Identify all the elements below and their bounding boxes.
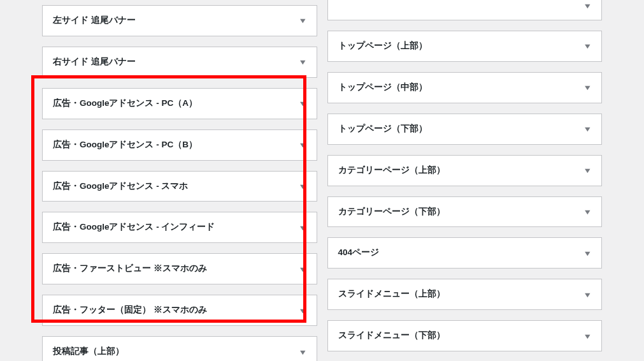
widget-item[interactable]: 広告・フッター（固定） ※スマホのみ ▼ xyxy=(42,295,317,326)
widget-item[interactable]: カテゴリーページ（下部） ▼ xyxy=(327,196,603,228)
chevron-down-icon: ▼ xyxy=(583,84,592,91)
chevron-down-icon: ▼ xyxy=(298,141,307,149)
chevron-down-icon: ▼ xyxy=(298,307,307,314)
widget-label: 広告・Googleアドセンス - インフィード xyxy=(53,221,215,233)
widget-item[interactable]: 広告・Googleアドセンス - スマホ ▼ xyxy=(42,171,317,202)
chevron-down-icon: ▼ xyxy=(583,166,592,174)
chevron-down-icon: ▼ xyxy=(583,208,592,216)
widget-item[interactable]: スライドメニュー（上部） ▼ xyxy=(327,279,603,310)
widget-item[interactable]: トップページ（上部） ▼ xyxy=(327,31,603,62)
widget-item[interactable]: 広告・ファーストビュー ※スマホのみ ▼ xyxy=(42,253,317,284)
right-column: ▼ トップページ（上部） ▼ トップページ（中部） ▼ トップページ（下部） ▼… xyxy=(327,0,603,361)
widget-item[interactable]: カテゴリーページ（上部） ▼ xyxy=(327,155,603,186)
chevron-down-icon: ▼ xyxy=(583,332,592,340)
widget-label: 広告・Googleアドセンス - PC（A） xyxy=(53,98,197,110)
widget-label: 404ページ xyxy=(338,247,380,259)
chevron-down-icon: ▼ xyxy=(583,125,592,133)
widget-label: 右サイド 追尾バナー xyxy=(53,56,136,68)
chevron-down-icon: ▼ xyxy=(583,42,592,50)
widget-item[interactable]: 広告・Googleアドセンス - PC（B） ▼ xyxy=(42,129,317,161)
chevron-down-icon: ▼ xyxy=(298,265,307,273)
widget-label: カテゴリーページ（上部） xyxy=(338,165,445,177)
widget-label: カテゴリーページ（下部） xyxy=(338,206,445,218)
widget-item[interactable]: トップページ（中部） ▼ xyxy=(327,72,603,103)
chevron-down-icon: ▼ xyxy=(583,249,592,257)
widget-label: 広告・フッター（固定） ※スマホのみ xyxy=(53,304,207,316)
widget-label: 投稿記事（上部） xyxy=(53,346,124,358)
widget-label: 広告・ファーストビュー ※スマホのみ xyxy=(53,263,207,275)
widget-item[interactable]: 404ページ ▼ xyxy=(327,237,603,269)
widget-item[interactable]: トップページ（下部） ▼ xyxy=(327,114,603,145)
widget-item[interactable]: 広告・Googleアドセンス - PC（A） ▼ xyxy=(42,88,317,119)
chevron-down-icon: ▼ xyxy=(298,348,307,356)
left-column: 左サイド 追尾バナー ▼ 右サイド 追尾バナー ▼ 広告・Googleアドセンス… xyxy=(42,5,317,361)
chevron-down-icon: ▼ xyxy=(583,291,592,298)
chevron-down-icon: ▼ xyxy=(583,2,592,10)
widget-label: トップページ（下部） xyxy=(338,123,427,135)
widget-item[interactable]: 左サイド 追尾バナー ▼ xyxy=(42,5,317,36)
widget-label: スライドメニュー（上部） xyxy=(338,288,445,300)
widget-item[interactable]: 右サイド 追尾バナー ▼ xyxy=(42,47,317,78)
widget-label: トップページ（上部） xyxy=(338,40,427,52)
chevron-down-icon: ▼ xyxy=(298,58,307,66)
widget-label: トップページ（中部） xyxy=(338,82,427,94)
chevron-down-icon: ▼ xyxy=(298,182,307,190)
widget-label: 広告・Googleアドセンス - PC（B） xyxy=(53,139,197,151)
chevron-down-icon: ▼ xyxy=(298,99,307,107)
widget-item[interactable]: 広告・Googleアドセンス - インフィード ▼ xyxy=(42,212,317,243)
widget-item[interactable]: 投稿記事（上部） ▼ xyxy=(42,336,317,361)
widget-item[interactable]: スライドメニュー（下部） ▼ xyxy=(327,320,603,351)
chevron-down-icon: ▼ xyxy=(298,224,307,232)
chevron-down-icon: ▼ xyxy=(298,17,307,24)
widget-label: 広告・Googleアドセンス - スマホ xyxy=(53,180,189,193)
widget-label: スライドメニュー（下部） xyxy=(338,330,445,342)
widget-label: 左サイド 追尾バナー xyxy=(53,15,136,27)
widget-item[interactable]: ▼ xyxy=(327,0,603,20)
